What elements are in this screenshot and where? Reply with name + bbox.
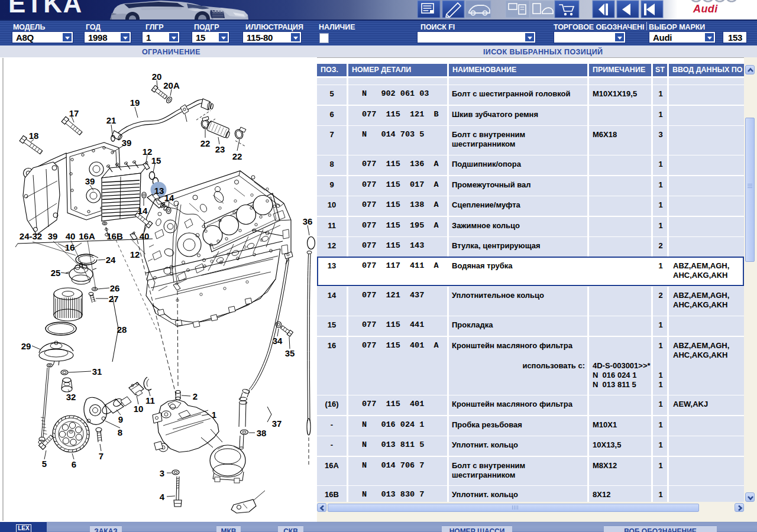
- svg-text:21: 21: [106, 115, 117, 125]
- svg-text:15: 15: [151, 155, 161, 166]
- svg-text:14: 14: [138, 206, 148, 216]
- svg-text:18: 18: [29, 131, 39, 141]
- svg-text:1: 1: [212, 410, 216, 420]
- svg-text:14: 14: [164, 193, 174, 203]
- svg-text:19: 19: [130, 98, 140, 108]
- svg-text:10: 10: [134, 404, 144, 414]
- svg-text:16B: 16B: [106, 231, 123, 241]
- svg-text:31: 31: [92, 366, 102, 377]
- svg-text:25: 25: [51, 268, 61, 278]
- svg-text:39: 39: [48, 231, 58, 241]
- svg-text:20: 20: [152, 72, 162, 82]
- svg-text:38: 38: [257, 428, 267, 438]
- svg-text:16A: 16A: [79, 231, 95, 241]
- svg-text:3: 3: [160, 468, 164, 478]
- svg-text:11: 11: [145, 395, 155, 406]
- svg-text:5: 5: [42, 459, 47, 469]
- svg-text:37: 37: [272, 419, 282, 429]
- svg-text:7: 7: [99, 451, 103, 461]
- svg-text:26: 26: [110, 283, 120, 293]
- svg-text:22: 22: [232, 151, 242, 161]
- svg-text:40: 40: [66, 231, 76, 241]
- svg-text:39: 39: [122, 138, 132, 148]
- svg-text:6: 6: [72, 459, 76, 469]
- svg-text:20A: 20A: [163, 80, 180, 90]
- svg-text:4: 4: [160, 492, 165, 502]
- svg-text:17: 17: [69, 108, 79, 118]
- svg-text:24-32: 24-32: [20, 231, 42, 241]
- svg-text:ETKA: ETKA: [8, 0, 83, 18]
- svg-text:29: 29: [21, 341, 31, 351]
- svg-text:Audi: Audi: [693, 3, 718, 15]
- svg-text:9: 9: [118, 414, 123, 424]
- svg-text:16: 16: [65, 242, 75, 252]
- svg-text:39: 39: [85, 176, 95, 186]
- svg-text:28: 28: [117, 325, 127, 335]
- svg-text:23: 23: [215, 144, 225, 154]
- svg-text:2: 2: [193, 391, 198, 401]
- svg-text:24: 24: [106, 255, 116, 265]
- svg-text:27: 27: [109, 294, 119, 304]
- svg-text:22: 22: [200, 138, 211, 148]
- svg-text:8: 8: [118, 427, 122, 437]
- svg-text:40: 40: [140, 231, 150, 241]
- svg-text:34: 34: [273, 336, 283, 346]
- svg-text:35: 35: [285, 348, 295, 358]
- svg-text:13: 13: [154, 186, 164, 196]
- svg-text:32: 32: [66, 392, 76, 402]
- svg-text:36: 36: [303, 216, 313, 226]
- svg-text:12: 12: [130, 249, 140, 259]
